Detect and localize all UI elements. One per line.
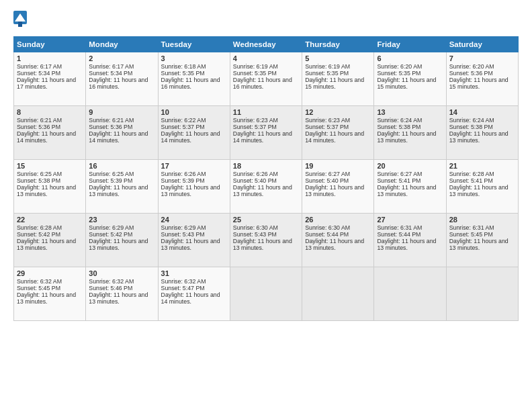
sunrise-label: Sunrise: 6:22 AM: [161, 117, 206, 124]
sunset-label: Sunset: 5:43 PM: [233, 231, 277, 238]
sunset-label: Sunset: 5:36 PM: [449, 70, 493, 77]
day-number: 20: [377, 162, 443, 170]
daylight-label: Daylight: 11 hours and 13 minutes.: [233, 238, 292, 251]
sunset-label: Sunset: 5:43 PM: [161, 231, 205, 238]
daylight-label: Daylight: 11 hours and 15 minutes.: [377, 77, 436, 90]
sunrise-label: Sunrise: 6:29 AM: [89, 224, 134, 231]
calendar-cell: 5Sunrise: 6:19 AMSunset: 5:35 PMDaylight…: [302, 52, 374, 106]
sunrise-label: Sunrise: 6:21 AM: [89, 117, 134, 124]
sunset-label: Sunset: 5:35 PM: [377, 70, 420, 77]
sunset-label: Sunset: 5:34 PM: [17, 70, 60, 77]
sunrise-label: Sunrise: 6:27 AM: [377, 171, 422, 177]
day-number: 24: [161, 216, 227, 224]
day-number: 4: [233, 54, 299, 62]
day-number: 9: [89, 108, 154, 116]
sunset-label: Sunset: 5:35 PM: [305, 70, 349, 77]
calendar-cell: 1Sunrise: 6:17 AMSunset: 5:34 PMDaylight…: [14, 52, 86, 106]
daylight-label: Daylight: 11 hours and 13 minutes.: [17, 238, 76, 251]
calendar-day-header: Sunday: [14, 37, 86, 52]
calendar-cell: 25Sunrise: 6:30 AMSunset: 5:43 PMDayligh…: [230, 214, 302, 267]
sunrise-label: Sunrise: 6:23 AM: [305, 117, 350, 124]
calendar-cell: 30Sunrise: 6:32 AMSunset: 5:46 PMDayligh…: [86, 267, 158, 321]
calendar-cell: [230, 267, 302, 321]
calendar-cell: 13Sunrise: 6:24 AMSunset: 5:38 PMDayligh…: [374, 106, 446, 160]
sunrise-label: Sunrise: 6:25 AM: [17, 171, 62, 177]
daylight-label: Daylight: 11 hours and 16 minutes.: [233, 77, 292, 90]
sunrise-label: Sunrise: 6:19 AM: [305, 63, 350, 70]
calendar-cell: 18Sunrise: 6:26 AMSunset: 5:40 PMDayligh…: [230, 160, 302, 214]
calendar-cell: 23Sunrise: 6:29 AMSunset: 5:42 PMDayligh…: [86, 214, 158, 267]
day-number: 28: [449, 216, 515, 224]
sunset-label: Sunset: 5:34 PM: [89, 70, 132, 77]
calendar-cell: 22Sunrise: 6:28 AMSunset: 5:42 PMDayligh…: [14, 214, 86, 267]
day-number: 30: [89, 269, 154, 277]
calendar-cell: 19Sunrise: 6:27 AMSunset: 5:40 PMDayligh…: [302, 160, 374, 214]
day-number: 8: [17, 108, 83, 116]
daylight-label: Daylight: 11 hours and 14 minutes.: [305, 130, 364, 144]
day-number: 25: [233, 216, 299, 224]
header: [13, 11, 519, 30]
day-number: 12: [305, 108, 371, 116]
daylight-label: Daylight: 11 hours and 13 minutes.: [89, 291, 148, 305]
calendar-cell: [446, 267, 518, 321]
calendar-cell: 17Sunrise: 6:26 AMSunset: 5:39 PMDayligh…: [158, 160, 230, 214]
day-number: 1: [17, 54, 83, 62]
calendar-cell: 4Sunrise: 6:19 AMSunset: 5:35 PMDaylight…: [230, 52, 302, 106]
calendar-week-row: 1Sunrise: 6:17 AMSunset: 5:34 PMDaylight…: [14, 52, 519, 106]
logo: [13, 11, 30, 30]
sunset-label: Sunset: 5:44 PM: [377, 231, 420, 238]
calendar-cell: 27Sunrise: 6:31 AMSunset: 5:44 PMDayligh…: [374, 214, 446, 267]
calendar-cell: 7Sunrise: 6:20 AMSunset: 5:36 PMDaylight…: [446, 52, 518, 106]
daylight-label: Daylight: 11 hours and 14 minutes.: [89, 130, 148, 144]
daylight-label: Daylight: 11 hours and 13 minutes.: [449, 184, 508, 197]
day-number: 26: [305, 216, 371, 224]
sunrise-label: Sunrise: 6:32 AM: [89, 278, 134, 285]
calendar-cell: 20Sunrise: 6:27 AMSunset: 5:41 PMDayligh…: [374, 160, 446, 214]
sunset-label: Sunset: 5:41 PM: [377, 177, 420, 184]
daylight-label: Daylight: 11 hours and 13 minutes.: [449, 130, 508, 144]
day-number: 18: [233, 162, 299, 170]
calendar-cell: 14Sunrise: 6:24 AMSunset: 5:38 PMDayligh…: [446, 106, 518, 160]
calendar-cell: 11Sunrise: 6:23 AMSunset: 5:37 PMDayligh…: [230, 106, 302, 160]
daylight-label: Daylight: 11 hours and 15 minutes.: [305, 77, 364, 90]
sunrise-label: Sunrise: 6:27 AM: [305, 171, 350, 177]
daylight-label: Daylight: 11 hours and 13 minutes.: [377, 130, 436, 144]
daylight-label: Daylight: 11 hours and 13 minutes.: [377, 184, 436, 197]
sunset-label: Sunset: 5:40 PM: [305, 177, 349, 184]
sunrise-label: Sunrise: 6:30 AM: [233, 224, 278, 231]
daylight-label: Daylight: 11 hours and 17 minutes.: [17, 77, 76, 90]
daylight-label: Daylight: 11 hours and 14 minutes.: [161, 291, 220, 305]
sunrise-label: Sunrise: 6:25 AM: [89, 171, 134, 177]
sunset-label: Sunset: 5:38 PM: [17, 177, 60, 184]
sunset-label: Sunset: 5:44 PM: [305, 231, 349, 238]
calendar-cell: 16Sunrise: 6:25 AMSunset: 5:39 PMDayligh…: [86, 160, 158, 214]
calendar-day-header: Friday: [374, 37, 446, 52]
calendar: SundayMondayTuesdayWednesdayThursdayFrid…: [13, 36, 519, 321]
sunset-label: Sunset: 5:41 PM: [449, 177, 493, 184]
sunrise-label: Sunrise: 6:24 AM: [449, 117, 494, 124]
daylight-label: Daylight: 11 hours and 13 minutes.: [89, 184, 148, 197]
sunset-label: Sunset: 5:38 PM: [377, 124, 420, 130]
sunrise-label: Sunrise: 6:17 AM: [17, 63, 62, 70]
day-number: 15: [17, 162, 83, 170]
sunset-label: Sunset: 5:36 PM: [17, 124, 60, 130]
calendar-cell: [302, 267, 374, 321]
daylight-label: Daylight: 11 hours and 13 minutes.: [17, 184, 76, 197]
daylight-label: Daylight: 11 hours and 13 minutes.: [305, 184, 364, 197]
daylight-label: Daylight: 11 hours and 13 minutes.: [449, 238, 508, 251]
sunrise-label: Sunrise: 6:30 AM: [305, 224, 350, 231]
day-number: 21: [449, 162, 515, 170]
daylight-label: Daylight: 11 hours and 14 minutes.: [17, 130, 76, 144]
sunrise-label: Sunrise: 6:26 AM: [161, 171, 206, 177]
calendar-week-row: 8Sunrise: 6:21 AMSunset: 5:36 PMDaylight…: [14, 106, 519, 160]
sunset-label: Sunset: 5:35 PM: [233, 70, 277, 77]
day-number: 3: [161, 54, 227, 62]
daylight-label: Daylight: 11 hours and 13 minutes.: [89, 238, 148, 251]
sunset-label: Sunset: 5:37 PM: [233, 124, 277, 130]
calendar-cell: 8Sunrise: 6:21 AMSunset: 5:36 PMDaylight…: [14, 106, 86, 160]
calendar-week-row: 29Sunrise: 6:32 AMSunset: 5:45 PMDayligh…: [14, 267, 519, 321]
daylight-label: Daylight: 11 hours and 14 minutes.: [161, 130, 220, 144]
calendar-cell: 12Sunrise: 6:23 AMSunset: 5:37 PMDayligh…: [302, 106, 374, 160]
sunset-label: Sunset: 5:38 PM: [449, 124, 493, 130]
logo-icon: [13, 11, 27, 30]
